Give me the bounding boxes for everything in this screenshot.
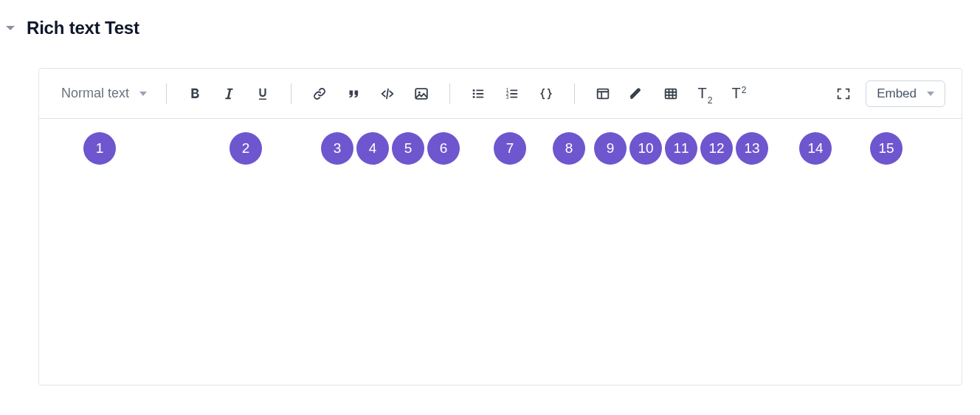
bold-button[interactable] (180, 79, 210, 109)
section-header: Rich text Test (0, 0, 980, 38)
image-icon (413, 86, 429, 102)
link-button[interactable] (305, 79, 334, 109)
chevron-down-icon (927, 92, 934, 96)
svg-point-1 (418, 91, 421, 93)
pill-1[interactable]: 1 (83, 132, 116, 165)
ordered-list-button[interactable]: 123 (497, 79, 527, 109)
pill-11[interactable]: 11 (665, 132, 697, 165)
pill-10[interactable]: 10 (629, 132, 662, 165)
table-button[interactable] (656, 79, 686, 109)
italic-button[interactable] (214, 79, 244, 109)
svg-point-3 (473, 92, 475, 95)
rich-text-editor: Normal text (38, 68, 962, 385)
pill-2[interactable]: 2 (230, 132, 262, 165)
image-button[interactable] (407, 79, 436, 109)
subscript-icon: T2 (698, 85, 712, 102)
table-icon (663, 86, 679, 102)
text-style-dropdown[interactable]: Normal text (55, 79, 153, 109)
pill-9[interactable]: 9 (594, 132, 627, 165)
divider-button[interactable] (622, 79, 652, 109)
format-group-list: 123 (463, 79, 561, 109)
link-icon (311, 86, 328, 102)
text-style-label: Normal text (61, 86, 129, 101)
pill-row: 123456789101112131415 (55, 132, 945, 165)
pill-4[interactable]: 4 (356, 132, 389, 165)
embed-dropdown[interactable]: Embed (866, 80, 945, 107)
pencil-icon (629, 86, 645, 102)
format-group-inline (180, 79, 277, 109)
bold-icon (187, 86, 203, 102)
editor-content[interactable]: 123456789101112131415 (39, 119, 962, 385)
expand-button[interactable] (829, 79, 858, 109)
chevron-down-icon (139, 92, 147, 96)
pill-12[interactable]: 12 (700, 132, 733, 165)
layout-icon (595, 86, 611, 102)
svg-point-4 (473, 96, 475, 98)
format-group-insert (305, 79, 436, 109)
editor-panel-wrap: Normal text (0, 38, 980, 403)
svg-point-2 (473, 89, 475, 91)
toolbar-separator (166, 83, 167, 104)
editor-toolbar: Normal text (39, 69, 962, 119)
braces-icon (538, 86, 554, 102)
toolbar-separator (574, 83, 575, 104)
pill-14[interactable]: 14 (799, 132, 832, 165)
pill-6[interactable]: 6 (427, 132, 460, 165)
underline-icon (255, 86, 271, 102)
superscript-button[interactable]: T2 (724, 79, 753, 109)
codeblock-button[interactable] (373, 79, 402, 109)
pill-5[interactable]: 5 (392, 132, 424, 165)
pill-15[interactable]: 15 (870, 132, 903, 165)
quote-icon (345, 86, 362, 102)
ordered-list-icon: 123 (504, 86, 520, 102)
pill-3[interactable]: 3 (321, 132, 353, 165)
underline-button[interactable] (248, 79, 277, 109)
quote-button[interactable] (339, 79, 368, 109)
format-group-layout: T2 T2 (588, 79, 753, 109)
svg-rect-8 (598, 89, 609, 98)
superscript-icon: T2 (732, 85, 746, 102)
code-snippet-button[interactable] (531, 79, 561, 109)
bullet-list-button[interactable] (463, 79, 493, 109)
italic-icon (221, 86, 237, 102)
layout-button[interactable] (588, 79, 618, 109)
collapse-chevron-icon[interactable] (6, 26, 15, 30)
toolbar-separator (291, 83, 291, 104)
section-title: Rich text Test (27, 18, 139, 38)
pill-13[interactable]: 13 (736, 132, 768, 165)
embed-label: Embed (877, 86, 917, 101)
subscript-button[interactable]: T2 (690, 79, 720, 109)
toolbar-separator (449, 83, 450, 104)
expand-icon (835, 86, 852, 102)
bullet-list-icon (470, 86, 486, 102)
svg-text:3: 3 (506, 95, 509, 100)
pill-8[interactable]: 8 (553, 132, 585, 165)
svg-rect-9 (666, 89, 677, 98)
code-icon (379, 86, 396, 102)
pill-7[interactable]: 7 (494, 132, 526, 165)
